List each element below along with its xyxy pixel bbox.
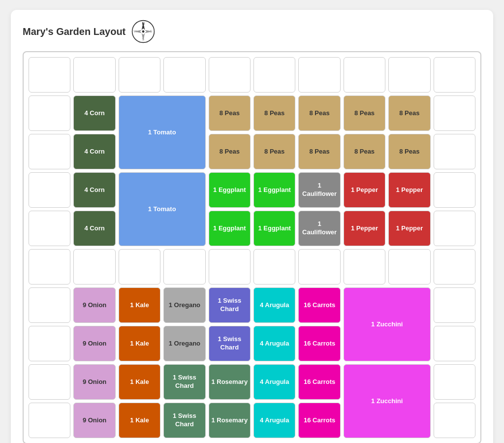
cell-oregano-r7c4: 1 Oregano [163, 287, 205, 323]
cell-r8c10 [434, 326, 475, 361]
cell-carrots-r7c7: 16 Carrots [298, 287, 340, 323]
cell-arugula-r8c6: 4 Arugula [253, 326, 295, 361]
cell-r6c4 [163, 249, 205, 285]
cell-onion-r7c2: 9 Onion [73, 287, 115, 323]
cell-rosemary-r9c5: 1 Rosemary [209, 364, 251, 400]
cell-onion-r8c2: 9 Onion [73, 326, 115, 361]
cell-peas-r2c8: 8 Peas [344, 95, 385, 131]
cell-zucchini-1: 1 Zucchini [344, 287, 431, 361]
cell-r6c7 [298, 249, 340, 285]
cell-eggplant-r5c6: 1 Eggplant [253, 211, 295, 246]
cell-r1c10 [434, 57, 475, 93]
cell-kale-r7c3: 1 Kale [119, 287, 160, 323]
cell-swisschard-r8c5: 1 Swiss Chard [209, 326, 251, 361]
cell-onion-r9c2: 9 Onion [73, 364, 115, 400]
cell-carrots-r8c7: 16 Carrots [298, 326, 340, 361]
cell-r10c1 [29, 403, 70, 438]
cell-tomato-2: 1 Tomato [119, 172, 206, 246]
cell-swisschard-green-r9c4: 1 Swiss Chard [163, 364, 205, 400]
cell-peas-r3c7: 8 Peas [298, 134, 340, 169]
cell-arugula-r7c6: 4 Arugula [253, 287, 295, 323]
cell-arugula-r9c6: 4 Arugula [253, 364, 295, 400]
cell-rosemary-r10c5: 1 Rosemary [209, 403, 251, 438]
cell-swisschard-r7c5: 1 Swiss Chard [209, 287, 251, 323]
cell-kale-r9c3: 1 Kale [119, 364, 160, 400]
cell-peas-r2c5: 8 Peas [209, 95, 251, 131]
cell-zucchini-2: 1 Zucchini [344, 364, 431, 438]
svg-text:N: N [142, 21, 145, 26]
svg-text:S: S [142, 37, 145, 41]
cell-eggplant-r4c6: 1 Eggplant [253, 172, 295, 208]
cell-carrots-r10c7: 16 Carrots [298, 403, 340, 438]
cell-peas-r2c7: 8 Peas [298, 95, 340, 131]
cell-r1c9 [388, 57, 430, 93]
compass-icon: N S W E [131, 20, 155, 43]
cell-r6c5 [209, 249, 251, 285]
svg-point-9 [142, 31, 145, 33]
cell-r5c10 [434, 211, 475, 246]
cell-corn-r4c2: 4 Corn [73, 172, 115, 208]
cell-r7c1 [29, 287, 70, 323]
cell-peas-r2c6: 8 Peas [253, 95, 295, 131]
cell-corn-r5c2: 4 Corn [73, 211, 115, 246]
cell-pepper-r5c9: 1 Pepper [388, 211, 430, 246]
page-title: Mary's Garden Layout [23, 26, 126, 37]
cell-r1c4 [163, 57, 205, 93]
garden-grid: 4 Corn 1 Tomato 8 Peas 8 Peas 8 Peas 8 P… [23, 51, 481, 443]
cell-corn-r2c2: 4 Corn [73, 95, 115, 131]
cell-r7c10 [434, 287, 475, 323]
cell-onion-r10c2: 9 Onion [73, 403, 115, 438]
cell-r3c1 [29, 134, 70, 169]
cell-corn-r3c2: 4 Corn [73, 134, 115, 169]
cell-eggplant-r4c5: 1 Eggplant [209, 172, 251, 208]
cell-pepper-r4c8: 1 Pepper [344, 172, 385, 208]
cell-r9c1 [29, 364, 70, 400]
cell-r9c10 [434, 364, 475, 400]
cell-kale-r10c3: 1 Kale [119, 403, 160, 438]
svg-text:W: W [134, 29, 137, 33]
cell-peas-r3c9: 8 Peas [388, 134, 430, 169]
cell-r4c1 [29, 172, 70, 208]
cell-eggplant-r5c5: 1 Eggplant [209, 211, 251, 246]
cell-cauliflower-r4c7: 1 Cauliflower [298, 172, 340, 208]
cell-r10c10 [434, 403, 475, 438]
cell-r1c7 [298, 57, 340, 93]
cell-r8c1 [29, 326, 70, 361]
cell-pepper-r5c8: 1 Pepper [344, 211, 385, 246]
svg-text:E: E [150, 29, 153, 33]
cell-r6c9 [388, 249, 430, 285]
cell-r5c1 [29, 211, 70, 246]
cell-r1c1 [29, 57, 70, 93]
header: Mary's Garden Layout N S W E [23, 20, 481, 43]
cell-r6c2 [73, 249, 115, 285]
cell-r3c10 [434, 134, 475, 169]
cell-r2c10 [434, 95, 475, 131]
cell-cauliflower-r5c7: 1 Cauliflower [298, 211, 340, 246]
cell-r6c8 [344, 249, 385, 285]
cell-r1c5 [209, 57, 251, 93]
cell-r2c1 [29, 95, 70, 131]
cell-r6c6 [253, 249, 295, 285]
cell-peas-r3c5: 8 Peas [209, 134, 251, 169]
cell-r1c6 [253, 57, 295, 93]
cell-r1c8 [344, 57, 385, 93]
cell-swisschard-green-r10c4: 1 Swiss Chard [163, 403, 205, 438]
cell-tomato-1: 1 Tomato [119, 95, 206, 169]
cell-arugula-r10c6: 4 Arugula [253, 403, 295, 438]
cell-peas-r2c9: 8 Peas [388, 95, 430, 131]
cell-r6c1 [29, 249, 70, 285]
cell-r6c10 [434, 249, 475, 285]
cell-peas-r3c8: 8 Peas [344, 134, 385, 169]
cell-r1c2 [73, 57, 115, 93]
page-container: Mary's Garden Layout N S W E 4 Cor [11, 10, 493, 443]
cell-r1c3 [119, 57, 160, 93]
cell-pepper-r4c9: 1 Pepper [388, 172, 430, 208]
cell-r4c10 [434, 172, 475, 208]
cell-r6c3 [119, 249, 160, 285]
cell-peas-r3c6: 8 Peas [253, 134, 295, 169]
cell-oregano-r8c4: 1 Oregano [163, 326, 205, 361]
cell-carrots-r9c7: 16 Carrots [298, 364, 340, 400]
cell-kale-r8c3: 1 Kale [119, 326, 160, 361]
